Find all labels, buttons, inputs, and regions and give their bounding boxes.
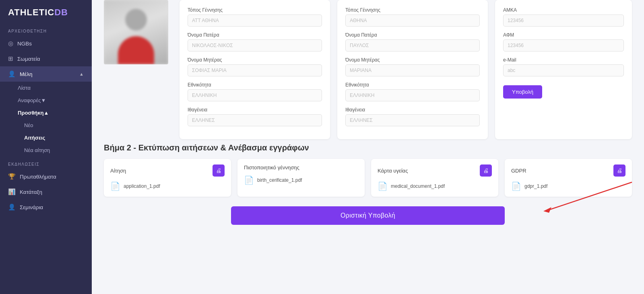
svg-marker-1 <box>543 207 551 213</box>
label-amka: ΑΜΚΑ <box>503 7 624 13</box>
submit-button[interactable]: Υποβολή <box>503 85 542 99</box>
pdf-karta: 📄 medical_document_1.pdf <box>378 181 492 191</box>
photo-col <box>104 0 172 139</box>
input-patera2[interactable] <box>345 39 480 51</box>
seminaria-icon: 👤 <box>8 204 16 211</box>
form-col-extra: ΑΜΚΑ ΑΦΜ e-Mail Υποβολή <box>495 0 632 139</box>
sidebar-item-seminaria[interactable]: 👤 Σεμινάρια <box>0 199 92 215</box>
ngbs-icon: ◎ <box>8 40 13 47</box>
label-mhteras2: Όνομα Μητέρας <box>345 57 480 63</box>
aithseis-label: Αιτήσεις <box>24 135 45 141</box>
card-gdpr: GDPR 🖨 📄 gdpr_1.pdf <box>505 159 632 197</box>
section-label-archivothethsh: ΑΡΧΕΙΟΘΕΤΗΣΗ <box>0 23 92 36</box>
meli-caret-icon: ▲ <box>79 72 84 76</box>
card-pistopoihtiko: Πιστοποιητικό γέννησης 📄 birth_cerificat… <box>237 159 365 197</box>
sidebar-item-label-ngbs: NGBs <box>17 41 32 47</box>
final-submit-row: Οριστική Υποβολή <box>104 206 632 225</box>
input-mhteras1[interactable] <box>188 64 322 76</box>
form-col-1: Τόπος Γέννησης Όνομα Πατέρα Όνομα Μητέρα… <box>180 0 330 139</box>
avatar-head <box>125 9 147 31</box>
pdf-icon-aithsh: 📄 <box>110 181 120 191</box>
protathlimata-label: Πρωταθλήματα <box>20 174 56 180</box>
label-ethnikh1: Εθνικότητα <box>188 82 322 88</box>
pdf-icon-gdpr: 📄 <box>511 181 521 191</box>
sidebar-item-label-swmateya: Σωματεία <box>17 56 40 62</box>
step2-section: Βήμα 2 - Εκτύπωση αιτήσεων & Ανέβασμα εγ… <box>104 143 632 225</box>
field-group-topos2: Τόπος Γέννησης <box>345 7 480 27</box>
pdf-filename-gdpr: gdpr_1.pdf <box>524 183 547 189</box>
meli-icon: 👤 <box>8 70 16 78</box>
card-aithsh-header: Αίτηση 🖨 <box>110 164 225 177</box>
sidebar-item-ngbs[interactable]: ◎ NGBs <box>0 36 92 51</box>
pdf-gdpr: 📄 gdpr_1.pdf <box>511 181 625 191</box>
card-aithsh-title: Αίτηση <box>110 168 126 174</box>
logo: ATHLETICDB <box>0 0 92 23</box>
sidebar-item-katalaksi[interactable]: 📊 Κατάταξη <box>0 184 92 199</box>
input-topos2[interactable] <box>345 14 480 27</box>
sidebar-item-swmateya[interactable]: ⊞ Σωματεία <box>0 51 92 66</box>
field-group-ethnikh2: Εθνικότητα <box>345 82 480 101</box>
field-group-email: e-Mail <box>503 57 624 76</box>
input-ithagenia2[interactable] <box>345 114 480 126</box>
label-topos2: Τόπος Γέννησης <box>345 7 480 13</box>
form-col-2: Τόπος Γέννησης Όνομα Πατέρα Όνομα Μητέρα… <box>337 0 488 139</box>
label-email: e-Mail <box>503 57 624 63</box>
sidebar-item-label-meli: Μέλη <box>20 71 33 77</box>
input-afm[interactable] <box>503 39 624 51</box>
input-patera1[interactable] <box>188 39 322 51</box>
input-amka[interactable] <box>503 14 624 27</box>
sidebar-sub-neo[interactable]: Νέο <box>0 119 92 132</box>
pdf-icon-karta: 📄 <box>378 181 388 191</box>
input-ethnikh1[interactable] <box>188 89 322 101</box>
label-topos1: Τόπος Γέννησης <box>188 7 322 13</box>
field-group-ethnikh1: Εθνικότητα <box>188 82 322 101</box>
swmateya-icon: ⊞ <box>8 55 13 62</box>
input-topos1[interactable] <box>188 14 322 27</box>
field-group-mhteras1: Όνομα Μητέρας <box>188 57 322 76</box>
print-btn-aithsh[interactable]: 🖨 <box>213 164 225 177</box>
input-email[interactable] <box>503 64 624 76</box>
pdf-filename-karta: medical_document_1.pdf <box>391 183 445 189</box>
input-ethnikh2[interactable] <box>345 89 480 101</box>
seminaria-label: Σεμινάρια <box>20 204 43 210</box>
card-gdpr-title: GDPR <box>511 168 526 174</box>
card-gdpr-header: GDPR 🖨 <box>511 164 625 177</box>
label-patera1: Όνομα Πατέρα <box>188 32 322 38</box>
athlete-photo <box>104 0 168 64</box>
lista-label: Λίστα <box>18 85 31 91</box>
avatar-body <box>118 36 154 64</box>
print-btn-gdpr[interactable]: 🖨 <box>613 164 625 177</box>
field-group-topos1: Τόπος Γέννησης <box>188 7 322 27</box>
section-label-ekdhlwseis: ΕΚΔΗΛΩΣΕΙΣ <box>0 156 92 169</box>
field-group-mhteras2: Όνομα Μητέρας <box>345 57 480 76</box>
pdf-icon-pistopoihtiko: 📄 <box>244 175 254 185</box>
print-btn-karta[interactable]: 🖨 <box>480 164 492 177</box>
final-submit-button[interactable]: Οριστική Υποβολή <box>231 206 505 225</box>
top-form-area: Τόπος Γέννησης Όνομα Πατέρα Όνομα Μητέρα… <box>104 0 632 139</box>
field-group-ithagenia2: Ιθαγένεια <box>345 107 480 126</box>
sidebar-sub-prosthiki[interactable]: Προσθήκη ▲ <box>0 107 92 119</box>
sidebar-sub-lista[interactable]: Λίστα <box>0 82 92 94</box>
sidebar-item-meli[interactable]: 👤 Μέλη ▲ <box>0 66 92 82</box>
neo-label: Νέο <box>24 122 33 128</box>
protathlimata-icon: 🏆 <box>8 173 16 180</box>
prosthiki-caret-icon: ▲ <box>43 110 49 116</box>
pdf-filename-aithsh: application_1.pdf <box>124 183 160 189</box>
input-ithagenia1[interactable] <box>188 114 322 126</box>
card-aithsh: Αίτηση 🖨 📄 application_1.pdf <box>104 159 231 197</box>
main-content: Τόπος Γέννησης Όνομα Πατέρα Όνομα Μητέρα… <box>92 0 644 294</box>
field-group-patera2: Όνομα Πατέρα <box>345 32 480 51</box>
input-mhteras2[interactable] <box>345 64 480 76</box>
katalaksi-label: Κατάταξη <box>20 189 42 195</box>
label-ithagenia1: Ιθαγένεια <box>188 107 322 113</box>
sidebar: ATHLETICDB ΑΡΧΕΙΟΘΕΤΗΣΗ ◎ NGBs ⊞ Σωματεί… <box>0 0 92 294</box>
sidebar-item-protathlimata[interactable]: 🏆 Πρωταθλήματα <box>0 169 92 184</box>
card-pistopoihtiko-header: Πιστοποιητικό γέννησης <box>244 164 358 171</box>
sidebar-sub-aithseis[interactable]: Αιτήσεις <box>0 132 92 144</box>
nea-aithsi-label: Νέα αίτηση <box>24 147 50 153</box>
sidebar-sub-nea-aithsi[interactable]: Νέα αίτηση <box>0 144 92 156</box>
pdf-filename-pistopoihtiko: birth_cerificate_1.pdf <box>257 177 302 183</box>
anafores-caret-icon: ▼ <box>41 97 46 103</box>
sidebar-sub-anafores[interactable]: Αναφορές ▼ <box>0 94 92 107</box>
avatar-blur <box>104 0 168 64</box>
